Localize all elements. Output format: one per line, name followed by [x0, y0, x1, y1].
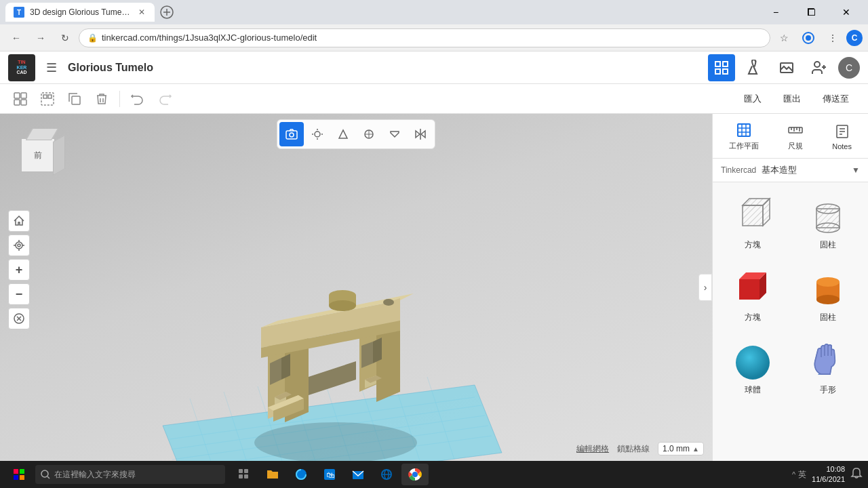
svg-rect-10	[723, 69, 728, 74]
tools-button[interactable]	[741, 54, 768, 81]
svg-rect-114	[239, 469, 243, 473]
profile-button[interactable]: C	[846, 30, 863, 46]
taskbar-app-chrome[interactable]	[401, 464, 429, 485]
address-bar[interactable]: 🔒 tinkercad.com/things/1Jsua3qlXJC-glori…	[79, 28, 770, 47]
svg-point-12	[814, 62, 820, 67]
toolbar: 匯入 匯出 傳送至	[0, 84, 868, 114]
export-button[interactable]: 匯出	[772, 89, 812, 109]
shape-box-outline[interactable]: 方塊	[715, 185, 791, 258]
taskbar-clock[interactable]: 10:08 11/6/2021	[812, 464, 845, 485]
fit-view-button[interactable]	[8, 235, 30, 256]
taskbar-date: 11/6/2021	[812, 474, 845, 485]
back-button[interactable]: ←	[5, 27, 27, 49]
shapes-dropdown-label: 基本造型	[762, 164, 797, 176]
group-button[interactable]	[8, 87, 33, 111]
forward-button[interactable]: →	[30, 27, 52, 49]
shape-tool-button[interactable]	[331, 122, 355, 146]
notes-tool[interactable]: Notes	[828, 119, 856, 153]
add-user-button[interactable]	[806, 54, 833, 81]
shape-box-solid-icon	[729, 264, 776, 312]
workplane-label: 工作平面	[729, 141, 759, 151]
gallery-button[interactable]	[773, 54, 800, 81]
shapes-dropdown[interactable]: 基本造型 ▼	[762, 164, 860, 176]
tray-lang: 英	[798, 469, 806, 481]
shape-cylinder-outline[interactable]: 固柱	[791, 185, 866, 258]
maximize-button[interactable]: ⧠	[795, 0, 827, 24]
shape-hand[interactable]: 手形	[791, 330, 866, 403]
svg-rect-19	[48, 95, 52, 98]
tab-favicon: T	[14, 7, 24, 18]
zoom-in-button[interactable]: +	[8, 259, 30, 281]
notes-icon	[833, 122, 852, 141]
edge-button[interactable]	[797, 27, 819, 49]
notification-button[interactable]	[850, 467, 863, 482]
edit-grid-label[interactable]: 編輯網格	[576, 443, 609, 455]
new-tab-button[interactable]	[157, 3, 176, 22]
refresh-button[interactable]: ↻	[54, 27, 76, 49]
svg-point-30	[16, 242, 22, 249]
workplane-tool[interactable]: 工作平面	[725, 118, 763, 154]
browser-tab[interactable]: T 3D design Glorious Tumelo | T... ✕	[5, 3, 155, 22]
taskbar-app-store[interactable]: 🛍	[316, 464, 343, 485]
right-panel: 工作平面 尺規	[712, 114, 868, 461]
mirror-button[interactable]	[408, 122, 433, 146]
import-export-area: 匯入 匯出 傳送至	[733, 89, 860, 109]
snap-value-control[interactable]: 1.0 mm ▲	[658, 442, 704, 455]
tab-close-button[interactable]: ✕	[137, 7, 146, 18]
taskbar-app-mail[interactable]	[344, 464, 372, 485]
shape-cylinder-outline-label: 固柱	[820, 239, 836, 251]
redo-button[interactable]	[153, 87, 177, 111]
dropdown-arrow-icon: ▼	[852, 165, 860, 175]
panel-toggle-button[interactable]: ›	[698, 274, 712, 301]
svg-rect-9	[715, 69, 720, 74]
svg-rect-15	[14, 100, 20, 105]
undo-button[interactable]	[125, 87, 150, 111]
view-cube[interactable]: 前	[11, 125, 65, 179]
hamburger-menu[interactable]: ☰	[43, 58, 60, 78]
import-button[interactable]: 匯入	[733, 89, 772, 109]
notes-label: Notes	[832, 142, 852, 150]
svg-line-113	[47, 476, 50, 479]
snap-dropdown-icon: ▲	[692, 445, 699, 453]
shape-cylinder-solid[interactable]: 固柱	[791, 258, 866, 330]
tray-arrow[interactable]: ^	[792, 470, 795, 479]
taskbar-app-view[interactable]	[231, 464, 258, 485]
ruler-tool[interactable]: 尺規	[782, 118, 809, 154]
svg-rect-115	[244, 469, 248, 473]
shape-cylinder-outline-icon	[804, 192, 852, 239]
taskbar-app-edge[interactable]	[288, 464, 315, 485]
minimize-button[interactable]: −	[760, 0, 792, 24]
delete-button[interactable]	[90, 87, 114, 111]
main-content: 前 + −	[0, 114, 868, 461]
zoom-out-button[interactable]: −	[8, 283, 30, 305]
taskbar-search[interactable]: 在這裡輸入文字來搜尋	[35, 465, 225, 484]
search-icon	[41, 470, 50, 479]
svg-point-126	[412, 472, 418, 477]
send-button[interactable]: 傳送至	[812, 89, 860, 109]
flip-button[interactable]	[382, 122, 407, 146]
snap-value: 1.0 mm	[663, 444, 690, 453]
taskbar-app-ie[interactable]	[373, 464, 400, 485]
grid-view-button[interactable]	[708, 54, 735, 81]
home-button[interactable]	[8, 210, 30, 232]
svg-rect-16	[21, 100, 26, 105]
shape-box-outline-icon	[729, 192, 776, 239]
camera-view-button[interactable]	[279, 122, 304, 146]
shape-box-solid[interactable]: 方塊	[715, 258, 791, 330]
align-button[interactable]	[357, 122, 381, 146]
reset-view-button[interactable]	[8, 308, 30, 329]
user-avatar[interactable]: C	[838, 57, 860, 79]
menu-button[interactable]: ⋮	[822, 27, 844, 49]
svg-rect-108	[14, 469, 18, 474]
taskbar-app-explorer[interactable]	[259, 464, 286, 485]
shape-sphere-solid[interactable]: 球體	[715, 330, 791, 403]
cube-front-face: 前	[21, 138, 55, 172]
svg-marker-101	[739, 279, 760, 300]
copy-button[interactable]	[62, 87, 87, 111]
light-button[interactable]	[305, 122, 330, 146]
ungroup-button[interactable]	[35, 87, 60, 111]
close-button[interactable]: ✕	[830, 0, 863, 24]
canvas-area[interactable]: 前 + −	[0, 114, 712, 461]
star-button[interactable]: ☆	[773, 27, 795, 49]
start-button[interactable]	[5, 464, 33, 485]
